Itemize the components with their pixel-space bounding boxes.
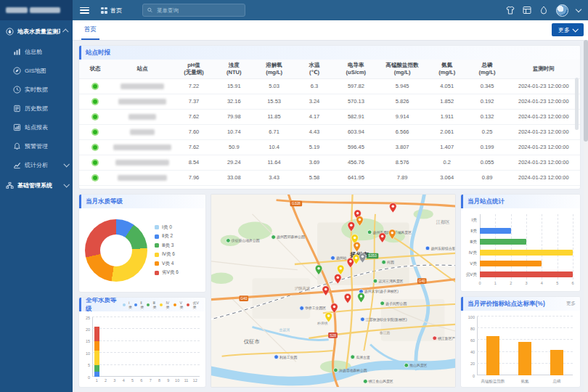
cell-value: 8.576	[377, 155, 427, 170]
legend-item: Ⅳ类 6	[155, 251, 179, 258]
map-poi-icon	[373, 279, 377, 283]
legend-marker	[155, 253, 159, 257]
cell-value: 7.62	[173, 109, 213, 124]
sidebar-item[interactable]: 历史数据	[0, 99, 73, 118]
chevron-up-icon	[62, 28, 68, 34]
map-poi-label: 利涵工业园	[279, 355, 297, 360]
sidebar-section[interactable]: 地表水质量监测系统	[0, 20, 73, 42]
cell-monitor-time: 2024-01-23 12:00:00	[507, 124, 580, 139]
month-grade-chart: Ⅰ类 0Ⅱ类 2Ⅲ类 3Ⅳ类 6Ⅴ类 4劣Ⅴ类 6	[79, 208, 205, 292]
left-column: 当月水质等级 Ⅰ类 0Ⅱ类 2Ⅲ类 3Ⅳ类 6Ⅴ类 4劣Ⅴ类 6 全年水质等级 …	[78, 194, 206, 388]
stat-bar	[480, 239, 526, 245]
cell-value: 5.826	[377, 94, 427, 109]
stats-analysis-icon	[13, 161, 21, 169]
cell-value: 0.199	[467, 139, 507, 155]
map-poi-icon	[274, 355, 279, 359]
legend-item: Ⅰ类	[123, 301, 132, 309]
legend-marker	[155, 243, 159, 248]
sidebar-item[interactable]: GIS地图	[0, 61, 73, 80]
search-input[interactable]	[155, 7, 240, 15]
sidebar-section[interactable]: 基础管理系统	[0, 174, 73, 196]
month-station-stats-panel: 当月站点统计 0123456Ⅰ类Ⅱ类Ⅲ类Ⅳ类Ⅴ类劣Ⅴ类	[460, 194, 581, 292]
map-poi-icon	[363, 379, 367, 383]
sidebar-item[interactable]: 信息舱	[0, 42, 73, 61]
legend-item: Ⅲ类	[147, 301, 158, 309]
donut-chart	[85, 219, 147, 282]
avatar[interactable]	[556, 4, 568, 17]
map-poi-label: 江苏旅游职业学院(新校区)	[365, 317, 407, 322]
station-name-redacted	[115, 160, 169, 166]
hamburger-menu-icon[interactable]	[80, 7, 89, 14]
dashboard-content: 站点时报 状态站点pH值(无量纲)浊度(NTU)溶解氧(mg/L)水温(℃)电导…	[73, 41, 588, 392]
legend-item: Ⅲ类 3	[155, 242, 179, 249]
flame-icon[interactable]	[539, 6, 548, 15]
map-poi-icon	[351, 355, 355, 359]
theme-shirt-icon[interactable]	[506, 6, 515, 15]
map-poi-icon	[271, 235, 276, 240]
sidebar-nav: 地表水质量监测系统信息舱GIS地图实时数据历史数据站点报表预警管理统计分析基础管…	[0, 20, 73, 196]
cell-value: 6.566	[377, 124, 427, 139]
map-poi-label: 焦山风景区	[409, 364, 427, 367]
chevron-down-icon[interactable]	[576, 7, 581, 12]
map-poi-label: 扬州东部综合客运枢纽	[430, 246, 455, 251]
cell-monitor-time: 2024-01-23 12:00:00	[507, 94, 580, 109]
cell-value: 8.54	[173, 155, 213, 170]
stacked-bar-segment	[94, 351, 99, 365]
compliance-bar	[486, 336, 499, 375]
sidebar-item[interactable]: 预警管理	[0, 136, 73, 155]
map-poi-label: 仪征捺山地质公园	[231, 238, 260, 243]
column-header: 高锰酸盐指数(mg/L)	[377, 60, 427, 78]
sidebar-item[interactable]: 统计分析	[0, 155, 73, 174]
map-poi-icon	[333, 368, 338, 372]
compliance-more-link[interactable]: 更多	[566, 301, 576, 307]
road-shield-label: G40	[419, 279, 426, 283]
table-row: 8.5429.2411.643.69456.768.5760.20.055202…	[79, 155, 580, 170]
station-table-header: 状态站点pH值(无量纲)浊度(NTU)溶解氧(mg/L)水温(℃)电导率(uS/…	[79, 60, 580, 78]
layout-icon[interactable]	[523, 6, 531, 15]
map-poi-icon	[380, 301, 385, 306]
alert-manage-icon	[13, 142, 21, 150]
cell-value: 3.43	[254, 170, 294, 185]
cell-value: 1.911	[427, 109, 467, 124]
cell-value: 6.3	[294, 78, 334, 94]
cell-value: 79.98	[214, 109, 254, 124]
base-admin-icon	[6, 181, 14, 189]
chevron-down-icon	[572, 26, 578, 32]
map-panel[interactable]: G40G40G328S353S28扬州西郊森林公园仪征捺山地质公园扬州市蜀冈唐子…	[211, 194, 456, 388]
stacked-bar-segment	[94, 327, 99, 341]
status-dot-normal	[91, 159, 99, 166]
map-label: 仪征市	[244, 339, 260, 346]
cell-value: 7.62	[173, 139, 213, 155]
status-dot-normal	[91, 98, 99, 105]
page-scrollbar[interactable]	[584, 40, 588, 392]
cell-value: 10.74	[214, 124, 254, 139]
road-shield-label: G328	[292, 202, 301, 205]
gis-map[interactable]: G40G40G328S353S28扬州西郊森林公园仪征捺山地质公园扬州市蜀冈唐子…	[211, 195, 455, 387]
legend-item: Ⅱ类 2	[155, 233, 179, 240]
cell-value: 11.64	[254, 155, 294, 170]
cell-value: 570.13	[335, 94, 378, 109]
main-area: 首页 首页 更多 站点时报	[73, 0, 588, 392]
sidebar-item[interactable]: 站点报表	[0, 118, 73, 136]
tab-home[interactable]: 首页	[81, 20, 99, 40]
road-shield-label: S353	[368, 254, 377, 258]
more-button[interactable]: 更多	[552, 23, 584, 36]
scrollbar-thumb[interactable]	[584, 40, 588, 142]
station-name-redacted	[118, 175, 167, 181]
menu-search[interactable]	[142, 4, 245, 17]
table-scrollbar[interactable]	[575, 78, 579, 130]
cell-value: 0.132	[467, 109, 507, 124]
cell-monitor-time: 2024-01-23 12:00:00	[507, 170, 580, 185]
sidebar-item[interactable]: 实时数据	[0, 80, 73, 99]
cell-value: 4.17	[294, 109, 334, 124]
nav-home[interactable]: 首页	[101, 7, 122, 15]
table-row: 7.2215.915.036.3597.825.9454.0510.345202…	[79, 78, 580, 94]
water-system-icon	[6, 28, 14, 36]
annual-stacked-chart: 0510152025123456789101112	[92, 317, 200, 377]
station-name-redacted	[128, 114, 156, 120]
cell-value: 50.9	[214, 139, 254, 155]
cell-value: 4.43	[294, 124, 334, 139]
cell-value: 603.94	[335, 124, 378, 139]
road-shield-label: S28	[330, 334, 336, 338]
cell-value: 7.37	[173, 94, 213, 109]
